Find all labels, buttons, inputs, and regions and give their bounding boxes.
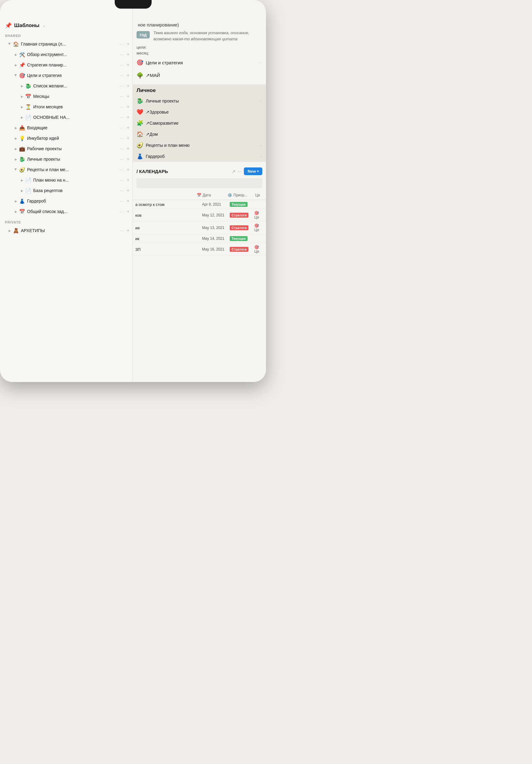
sidebar-header[interactable]: 📌 Шаблоны ⌄ <box>0 19 133 31</box>
sidebar-item-month-results[interactable]: ▶ ⏳ Итоги месяцев ··· + <box>0 101 133 112</box>
sidebar-item-work-projects[interactable]: ▶ 💼 Рабочие проекты ··· + <box>0 143 133 154</box>
puzzle-icon: 🧩 <box>137 120 143 126</box>
sidebar-item-wardrobe[interactable]: ▶ 👗 Гардероб ··· + <box>0 196 133 206</box>
more-options-icon[interactable]: ··· <box>119 84 125 88</box>
table-row[interactable]: ик May 14, 2021 Текущая <box>133 234 266 243</box>
table-row[interactable]: ков May 12, 2021 Стратеги 🎯 Це <box>133 209 266 222</box>
more-options-icon[interactable]: ··· <box>119 178 125 183</box>
sidebar-item-strategy[interactable]: ▶ 📌 Стратегия планир... ··· + <box>0 60 133 70</box>
personal-item-recipes[interactable]: 🥑 Рецепты и план меню ··· <box>133 140 266 151</box>
new-button[interactable]: New ▾ <box>244 167 262 175</box>
sidebar-item-archetypes[interactable]: ▶ 🧸 АРХЕТИПЫ ··· + <box>0 225 133 236</box>
briefcase-icon: 💼 <box>19 146 25 152</box>
more-options-icon[interactable]: ··· <box>119 209 125 214</box>
more-options-icon[interactable]: ··· <box>259 154 262 159</box>
add-icon[interactable]: + <box>126 114 130 120</box>
sidebar-item-menu-plan[interactable]: ▶ 📄 План меню на н... ··· + <box>0 175 133 185</box>
more-options-icon[interactable]: ··· <box>119 146 125 151</box>
more-options-icon[interactable]: ··· <box>119 63 125 68</box>
home-icon: 🏠 <box>137 131 143 138</box>
more-options-icon[interactable]: ··· <box>119 157 125 162</box>
table-row[interactable]: ЗП May 16, 2021 Стратеги 🎯 Це <box>133 243 266 256</box>
add-icon[interactable]: + <box>126 41 130 47</box>
chevron-down-icon: ▾ <box>257 170 259 173</box>
more-options-icon[interactable]: ··· <box>259 143 262 148</box>
chevron-collapsed-icon: ▶ <box>14 209 18 214</box>
more-options-icon[interactable]: ··· <box>119 115 125 120</box>
add-icon[interactable]: + <box>126 94 130 99</box>
sidebar-item-recipe-base[interactable]: ▶ 📄 База рецептов ··· + <box>0 185 133 196</box>
add-icon[interactable]: + <box>126 177 130 183</box>
goals-text: Цели и стратегия <box>146 60 256 65</box>
more-options-icon[interactable]: ··· <box>238 169 242 174</box>
sidebar-item-main-notes[interactable]: ▶ 📄 ОСНОВНЫЕ НА... ··· + <box>0 112 133 122</box>
more-options-icon[interactable]: ··· <box>259 98 262 103</box>
item-actions: ··· + <box>119 114 130 120</box>
personal-item-text: Личные проекты <box>146 98 256 103</box>
may-row[interactable]: 🌳 ↗МАЙ <box>133 69 266 82</box>
personal-item-text: ↗Дом <box>146 132 262 137</box>
sidebar-item-task-list[interactable]: ▶ 📅 Общий список зад... ··· + <box>0 206 133 217</box>
add-icon[interactable]: + <box>126 125 130 130</box>
personal-item-text: ↗Здоровье <box>146 109 262 114</box>
add-icon[interactable]: + <box>126 52 130 57</box>
more-options-icon[interactable]: ··· <box>119 125 125 130</box>
sidebar-item-wishes[interactable]: ▶ 🐉 Список желани... ··· + <box>0 81 133 91</box>
filter-bar[interactable] <box>137 178 262 188</box>
add-icon[interactable]: + <box>126 146 130 151</box>
more-options-icon[interactable]: ··· <box>119 136 125 141</box>
personal-item-self-dev[interactable]: 🧩 ↗Саморазвитие <box>133 117 266 129</box>
add-icon[interactable]: + <box>126 104 130 109</box>
more-options-icon[interactable]: ··· <box>119 167 125 172</box>
sidebar-item-months[interactable]: ▶ 📅 Месяцы ··· + <box>0 91 133 101</box>
item-actions: ··· + <box>119 228 130 233</box>
add-icon[interactable]: + <box>126 188 130 193</box>
more-options-icon[interactable]: ··· <box>119 94 125 99</box>
personal-item-home[interactable]: 🏠 ↗Дом <box>133 129 266 140</box>
sidebar-item-personal-projects[interactable]: ▶ 🐉 Личные проекты ··· + <box>0 154 133 164</box>
add-icon[interactable]: + <box>126 73 130 78</box>
personal-item-personal-projects[interactable]: 🐉 Личные проекты ··· <box>133 96 266 106</box>
personal-item-health[interactable]: ❤️ ↗Здоровье <box>133 106 266 117</box>
more-options-icon[interactable]: ··· <box>259 60 262 65</box>
personal-item-wardrobe[interactable]: 👗 Гардероб ··· <box>133 151 266 162</box>
chevron-expanded-icon: ▶ <box>14 73 18 78</box>
sidebar-item-main-page[interactable]: ▶ 🏠 Главная страница (л... ··· + <box>0 39 133 49</box>
goals-row[interactable]: 🎯 Цели и стратегия ··· <box>133 56 266 69</box>
sidebar-item-label: Личные проекты <box>27 157 119 162</box>
more-options-icon[interactable]: ··· <box>119 228 125 233</box>
add-icon[interactable]: + <box>126 83 130 89</box>
more-options-icon[interactable]: ··· <box>119 104 125 109</box>
add-icon[interactable]: + <box>126 228 130 233</box>
add-icon[interactable]: + <box>126 209 130 214</box>
sidebar-item-goals[interactable]: ▶ 🎯 Цели и стратегия ··· + <box>0 70 133 81</box>
calendar-icon: 📅 <box>19 209 25 215</box>
sidebar-item-tools[interactable]: ▶ 🛠️ Обзор инструмент... ··· + <box>0 49 133 60</box>
add-icon[interactable]: + <box>126 156 130 162</box>
bulb-icon: 💡 <box>19 135 25 141</box>
chevron-collapsed-icon: ▶ <box>20 178 25 183</box>
task-goal: 🎯 Це <box>254 211 264 220</box>
pin-icon: 📌 <box>5 22 12 29</box>
more-options-icon[interactable]: ··· <box>119 199 125 203</box>
add-icon[interactable]: + <box>126 167 130 172</box>
sidebar-item-incubator[interactable]: ▶ 💡 Инкубатор идей ··· + <box>0 133 133 143</box>
chevron-collapsed-icon: ▶ <box>7 228 12 233</box>
more-options-icon[interactable]: ··· <box>119 52 125 57</box>
add-icon[interactable]: + <box>126 62 130 68</box>
chevron-collapsed-icon: ▶ <box>14 146 18 151</box>
more-options-icon[interactable]: ··· <box>119 188 125 193</box>
more-options-icon[interactable]: ··· <box>119 73 125 78</box>
add-icon[interactable]: + <box>126 198 130 204</box>
sidebar-item-recipes[interactable]: ▶ 🥑 Рецепты и план ме... ··· + <box>0 164 133 175</box>
table-row[interactable]: а осмотр к стом Apr 8, 2021 Текущая <box>133 200 266 209</box>
date-header-label: Дата <box>202 193 211 197</box>
expand-icon[interactable]: ↗ <box>232 169 235 174</box>
sidebar-item-inbox[interactable]: ▶ 📥 Входящие ··· + <box>0 122 133 133</box>
table-row[interactable]: ие May 13, 2021 Стратеги 🎯 Це <box>133 222 266 234</box>
sidebar-title: Шаблоны <box>14 23 39 29</box>
task-name: ие <box>135 226 202 230</box>
item-actions: ··· + <box>119 146 130 151</box>
add-icon[interactable]: + <box>126 135 130 141</box>
more-options-icon[interactable]: ··· <box>119 42 125 47</box>
